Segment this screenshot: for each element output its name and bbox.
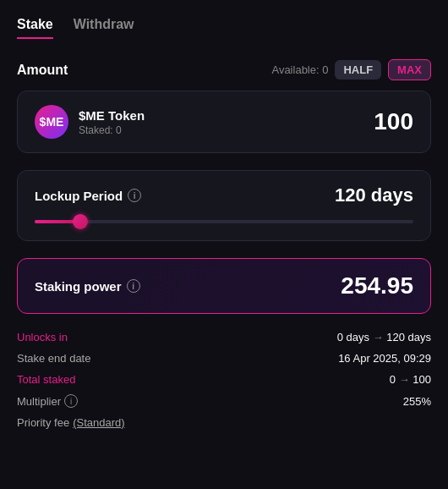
priority-fee-row: Priority fee (Standard) (17, 416, 431, 429)
tab-withdraw[interactable]: Withdraw (74, 17, 134, 39)
lockup-header: Lockup Period i 120 days (35, 184, 413, 206)
stake-end-date-row: Stake end date 16 Apr 2025, 09:29 (17, 352, 431, 365)
tab-stake[interactable]: Stake (17, 17, 53, 39)
token-staked: Staked: 0 (79, 124, 145, 136)
staking-power-label: Staking power (35, 279, 122, 294)
unlocks-in-row: Unlocks in 0 days → 120 days (17, 331, 431, 343)
multiplier-value: 255% (403, 395, 431, 408)
token-icon: $ME (35, 105, 68, 139)
unlocks-in-label: Unlocks in (17, 331, 68, 343)
lockup-title: Lockup Period i (35, 189, 141, 203)
token-name: $ME Token (79, 108, 145, 123)
info-rows: Unlocks in 0 days → 120 days Stake end d… (17, 331, 431, 429)
staking-power-info-icon[interactable]: i (127, 279, 140, 293)
stake-end-date-value: 16 Apr 2025, 09:29 (338, 352, 431, 365)
staking-power-title: Staking power i (35, 279, 140, 294)
multiplier-row: Multiplier i 255% (17, 394, 431, 408)
stake-end-date-label: Stake end date (17, 352, 90, 365)
token-info: $ME $ME Token Staked: 0 (35, 105, 145, 139)
max-button[interactable]: MAX (388, 59, 431, 80)
total-staked-label: Total staked (17, 373, 75, 386)
amount-title: Amount (17, 63, 68, 78)
amount-controls: Available: 0 HALF MAX (271, 59, 431, 80)
priority-fee-label: Priority fee (Standard) (17, 416, 125, 429)
unlocks-in-value: 0 days → 120 days (337, 331, 431, 343)
priority-fee-link[interactable]: (Standard) (73, 416, 124, 429)
amount-section-header: Amount Available: 0 HALF MAX (17, 59, 431, 80)
lockup-slider-container (35, 220, 413, 223)
available-balance: Available: 0 (271, 63, 328, 76)
multiplier-info-icon[interactable]: i (64, 394, 78, 408)
total-staked-row: Total staked 0 → 100 (17, 373, 431, 386)
lockup-section: Lockup Period i 120 days (17, 170, 431, 241)
lockup-days: 120 days (335, 184, 413, 206)
lockup-info-icon[interactable]: i (128, 189, 141, 202)
multiplier-label: Multiplier i (17, 394, 78, 408)
token-amount: 100 (374, 108, 413, 135)
token-card: $ME $ME Token Staked: 0 100 (17, 91, 431, 153)
token-details: $ME Token Staked: 0 (79, 108, 145, 136)
total-staked-value: 0 → 100 (390, 373, 431, 386)
lockup-title-text: Lockup Period (35, 189, 123, 203)
tab-bar: Stake Withdraw (17, 17, 431, 39)
staking-power-card: Staking power i 254.95 (17, 258, 431, 314)
half-button[interactable]: HALF (335, 60, 381, 80)
staking-power-value: 254.95 (341, 272, 413, 299)
